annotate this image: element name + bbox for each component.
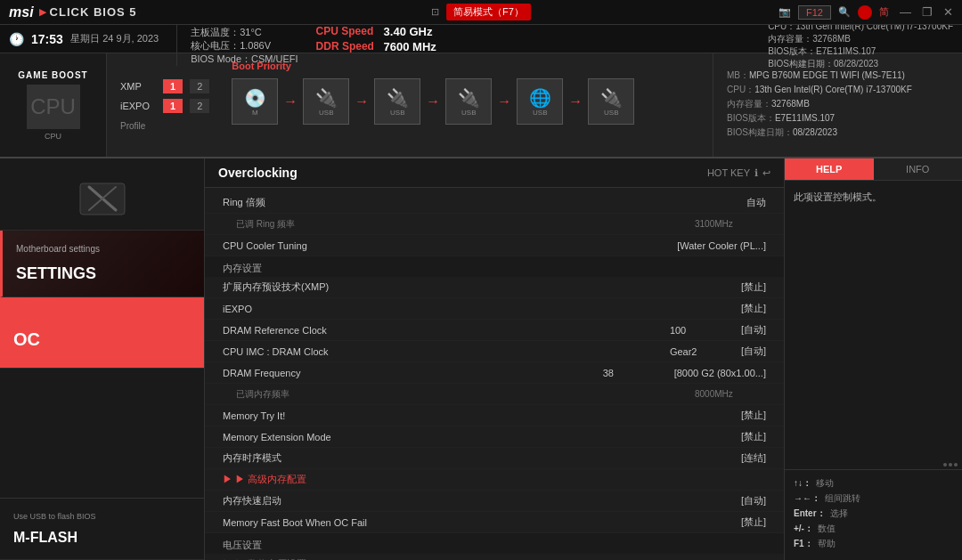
boot-priority-area: Boot Priority 💿 M → 🔌 USB → 🔌 USB → 🔌 US… [223,53,713,157]
setting-name: CPU IMC : DRAM Clock [223,346,670,357]
boot-device-2[interactable]: 🔌 USB [303,78,349,125]
ddr-speed-label: DDR Speed [316,40,379,53]
iexpo-label: iEXPO [120,101,156,111]
ram-right: 内存容量：32768MB [727,98,949,110]
setting-row[interactable]: CPU Cooler Tuning[Water Cooler (PL...] [205,235,784,256]
sidebar-item-settings[interactable]: Motherboard settings SETTINGS [0,231,204,297]
undo-icon[interactable]: ↩ [762,167,770,179]
key-symbol: +/-： [794,523,813,535]
setting-row[interactable]: ▶ 高级内存配置 [205,469,784,491]
lang-button[interactable]: 简 [879,5,889,19]
setting-row[interactable]: 内存快速启动[自动] [205,491,784,512]
right-tabs: HELP INFO [785,158,962,181]
close-button[interactable]: ✕ [943,5,953,19]
setting-row[interactable]: 扩展内存预设技术(XMP)[禁止] [205,277,784,298]
setting-row: 已调内存频率8000MHz [205,384,784,405]
key-desc: 数值 [818,523,836,535]
setting-row[interactable]: ▶ 数位电压设置 [205,554,784,560]
cpu-speed-value: 3.40 GHz [384,25,433,38]
msi-logo: msi [9,4,34,20]
time-display: 17:53 [31,32,63,46]
setting-value-primary: 100 [670,325,741,336]
usb-icon-3: 🔌 [458,87,480,109]
setting-value: [禁止] [741,430,766,443]
setting-name: iEXPO [223,304,741,314]
key-desc: 选择 [830,507,848,520]
game-boost-area: GAME BOOST CPU CPU [0,53,107,157]
boot-arrow-5: → [568,93,583,110]
speed-section: CPU Speed 3.40 GHz DDR Speed 7600 MHz [316,25,436,53]
boot-device-3[interactable]: 🔌 USB [374,78,420,125]
bios-date-right: BIOS构建日期：08/28/2023 [727,126,949,139]
color-circle-red [858,5,872,20]
mode-icon: ⊡ [431,6,439,18]
tab-info[interactable]: INFO [874,158,963,180]
iexpo-btn1[interactable]: 1 [163,99,183,113]
simple-mode-label[interactable]: 简易模式（F7） [446,4,531,20]
setting-row[interactable]: 内存时序模式[连结] [205,448,784,469]
setting-name: 内存时序模式 [223,451,741,465]
mode-display: ⊡ 简易模式（F7） [431,4,531,20]
dot-2 [949,463,952,467]
setting-row[interactable]: Ring 倍频自动 [205,192,784,214]
boot-arrow-1: → [283,93,298,110]
setting-name: 扩展内存预设技术(XMP) [223,280,741,294]
ddr-speed-value: 7600 MHz [384,40,436,53]
oc-header: Overclocking HOT KEY ℹ ↩ [205,158,784,188]
cpu-speed-item: CPU Speed 3.40 GHz [316,25,436,38]
section-header: 内存设置 [205,256,784,277]
xmp-label: XMP [120,81,156,92]
dots [943,463,958,467]
msi-icon: ▶ [39,6,46,18]
setting-row[interactable]: Memory Try It![禁止] [205,405,784,426]
clock-icon: 🕐 [9,32,24,46]
mb-info-right: MB：MPG B760M EDGE TI WIFI (MS-7E11) CPU：… [713,53,962,157]
camera-icon: 📷 [779,6,791,18]
boot-arrow-4: → [497,93,511,110]
setting-value: 8000MHz [695,389,766,399]
right-panel: HELP INFO 此项设置控制模式。 ↑↓：移动→←：组间跳转Enter：选择… [784,158,962,560]
setting-row[interactable]: DRAM Frequency38[8000 G2 (80x1.00...] [205,362,784,384]
cpu-speed-label: CPU Speed [316,25,379,37]
iexpo-btn2[interactable]: 2 [190,99,209,113]
dot-3 [954,463,958,467]
device-label-5: USB [533,109,547,117]
flash-subtitle: Use USB to flash BIOS [13,512,96,521]
ddr-speed-item: DDR Speed 7600 MHz [316,40,436,53]
key-desc: 移动 [816,477,834,490]
setting-name: Memory Fast Boot When OC Fail [223,517,741,528]
settings-subtitle: Motherboard settings [16,244,100,254]
sidebar-item-oc[interactable]: OC [0,297,204,369]
setting-value: 3100MHz [695,219,766,229]
boot-device-6[interactable]: 🔌 USB [588,78,634,125]
f12-button[interactable]: F12 [798,5,831,20]
setting-value-secondary: [自动] [741,345,766,358]
setting-value: [Water Cooler (PL...] [677,240,766,251]
setting-value: [禁止] [741,302,766,315]
usb-icon-2: 🔌 [387,87,409,109]
xmp-btn2[interactable]: 2 [190,79,209,93]
time-section: 🕐 17:53 星期日 24 9月, 2023 [9,32,159,46]
minimize-button[interactable]: — [900,5,911,19]
setting-row[interactable]: Memory Fast Boot When OC Fail[禁止] [205,512,784,533]
setting-name: Memory Try It! [223,410,741,421]
hdd-icon: 💿 [244,87,266,109]
boot-device-4[interactable]: 🔌 USB [445,78,492,125]
sidebar-item-tools[interactable] [0,158,204,231]
boot-device-5[interactable]: 🌐 USB [517,78,563,125]
info-icon[interactable]: ℹ [754,167,758,179]
setting-row[interactable]: Memory Extension Mode[禁止] [205,426,784,448]
setting-row[interactable]: CPU IMC : DRAM ClockGear2[自动] [205,341,784,362]
boot-device-1[interactable]: 💿 M [232,78,278,125]
setting-row[interactable]: DRAM Reference Clock100[自动] [205,320,784,341]
settings-title: SETTINGS [16,264,96,283]
device-label-1: M [252,109,258,117]
boot-devices-list: 💿 M → 🔌 USB → 🔌 USB → 🔌 USB → 🌐 USB [232,78,704,125]
tab-help[interactable]: HELP [785,158,874,180]
restore-button[interactable]: ❐ [922,5,933,19]
weekday-display: 星期日 [70,33,100,44]
sidebar-item-mflash[interactable]: Use USB to flash BIOS M-FLASH [0,498,204,560]
xmp-btn1[interactable]: 1 [163,79,183,93]
info-bar: 🕐 17:53 星期日 24 9月, 2023 CPU核心温度：33°C 主板温… [0,25,962,53]
setting-row[interactable]: iEXPO[禁止] [205,298,784,320]
